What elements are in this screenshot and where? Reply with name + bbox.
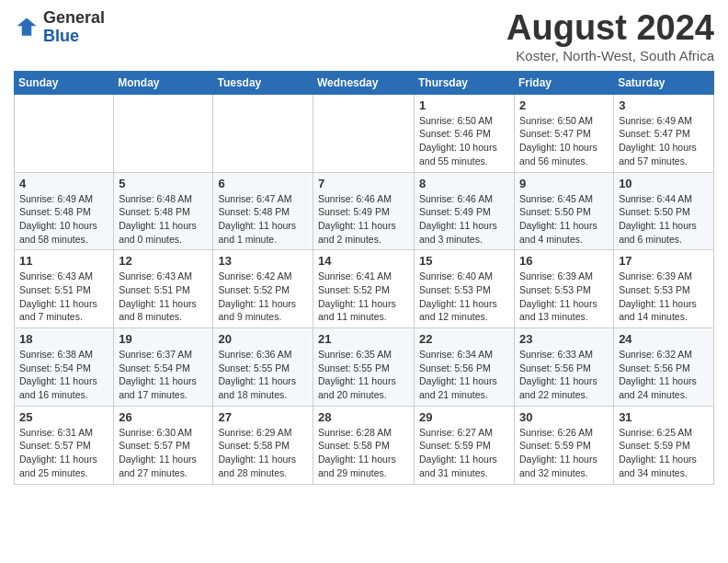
month-title: August 2024 xyxy=(506,9,714,48)
calendar-cell: 19Sunrise: 6:37 AMSunset: 5:54 PMDayligh… xyxy=(114,328,213,407)
page-header: General Blue August 2024 Koster, North-W… xyxy=(14,9,714,63)
day-info: Sunrise: 6:49 AMSunset: 5:47 PMDaylight:… xyxy=(619,114,709,168)
day-info: Sunrise: 6:35 AMSunset: 5:55 PMDaylight:… xyxy=(318,348,409,402)
day-info: Sunrise: 6:37 AMSunset: 5:54 PMDaylight:… xyxy=(119,348,208,402)
calendar-cell xyxy=(213,94,313,172)
day-number: 18 xyxy=(19,332,108,346)
calendar-week-row: 4Sunrise: 6:49 AMSunset: 5:48 PMDaylight… xyxy=(15,172,714,250)
day-info: Sunrise: 6:36 AMSunset: 5:55 PMDaylight:… xyxy=(218,348,308,402)
day-info: Sunrise: 6:44 AMSunset: 5:50 PMDaylight:… xyxy=(619,192,709,247)
day-number: 20 xyxy=(218,332,308,346)
day-info: Sunrise: 6:48 AMSunset: 5:48 PMDaylight:… xyxy=(119,192,208,247)
calendar-cell: 17Sunrise: 6:39 AMSunset: 5:53 PMDayligh… xyxy=(614,250,714,328)
day-header-saturday: Saturday xyxy=(614,71,714,94)
day-info: Sunrise: 6:27 AMSunset: 5:59 PMDaylight:… xyxy=(419,426,509,480)
day-number: 17 xyxy=(619,254,709,268)
calendar-cell xyxy=(313,94,415,172)
calendar-cell: 5Sunrise: 6:48 AMSunset: 5:48 PMDaylight… xyxy=(114,172,213,250)
day-header-friday: Friday xyxy=(515,71,614,94)
day-info: Sunrise: 6:39 AMSunset: 5:53 PMDaylight:… xyxy=(519,270,609,324)
day-number: 21 xyxy=(318,332,409,346)
day-number: 15 xyxy=(419,254,509,268)
day-info: Sunrise: 6:50 AMSunset: 5:46 PMDaylight:… xyxy=(419,114,509,168)
logo-icon xyxy=(14,15,40,40)
day-number: 1 xyxy=(419,98,509,112)
day-number: 2 xyxy=(519,98,609,112)
day-info: Sunrise: 6:41 AMSunset: 5:52 PMDaylight:… xyxy=(318,270,409,324)
day-number: 5 xyxy=(119,177,208,190)
day-info: Sunrise: 6:50 AMSunset: 5:47 PMDaylight:… xyxy=(519,114,609,168)
day-number: 9 xyxy=(519,177,609,190)
day-number: 25 xyxy=(19,410,108,424)
calendar-cell: 21Sunrise: 6:35 AMSunset: 5:55 PMDayligh… xyxy=(313,328,415,407)
day-info: Sunrise: 6:26 AMSunset: 5:59 PMDaylight:… xyxy=(519,426,609,480)
day-number: 6 xyxy=(218,177,308,190)
day-info: Sunrise: 6:38 AMSunset: 5:54 PMDaylight:… xyxy=(19,348,108,402)
day-header-sunday: Sunday xyxy=(15,71,114,94)
calendar-cell: 9Sunrise: 6:45 AMSunset: 5:50 PMDaylight… xyxy=(515,172,614,250)
logo-general-text: General xyxy=(43,8,105,27)
day-number: 24 xyxy=(619,332,709,346)
calendar-week-row: 1Sunrise: 6:50 AMSunset: 5:46 PMDaylight… xyxy=(15,94,714,172)
day-info: Sunrise: 6:33 AMSunset: 5:56 PMDaylight:… xyxy=(519,348,609,402)
calendar-cell: 7Sunrise: 6:46 AMSunset: 5:49 PMDaylight… xyxy=(313,172,415,250)
day-number: 27 xyxy=(218,410,308,424)
day-info: Sunrise: 6:34 AMSunset: 5:56 PMDaylight:… xyxy=(419,348,509,402)
calendar-cell: 10Sunrise: 6:44 AMSunset: 5:50 PMDayligh… xyxy=(614,172,714,250)
calendar-cell: 18Sunrise: 6:38 AMSunset: 5:54 PMDayligh… xyxy=(15,328,114,407)
location-text: Koster, North-West, South Africa xyxy=(506,48,714,63)
day-number: 31 xyxy=(619,410,709,424)
calendar-header-row: SundayMondayTuesdayWednesdayThursdayFrid… xyxy=(15,71,714,94)
day-info: Sunrise: 6:42 AMSunset: 5:52 PMDaylight:… xyxy=(218,270,308,324)
calendar-week-row: 18Sunrise: 6:38 AMSunset: 5:54 PMDayligh… xyxy=(15,328,714,407)
day-header-tuesday: Tuesday xyxy=(213,71,313,94)
day-number: 7 xyxy=(318,177,409,190)
calendar-cell: 1Sunrise: 6:50 AMSunset: 5:46 PMDaylight… xyxy=(415,94,515,172)
calendar-cell: 15Sunrise: 6:40 AMSunset: 5:53 PMDayligh… xyxy=(415,250,515,328)
day-header-monday: Monday xyxy=(114,71,213,94)
calendar-cell: 31Sunrise: 6:25 AMSunset: 5:59 PMDayligh… xyxy=(614,406,714,484)
day-number: 4 xyxy=(19,177,108,190)
day-number: 11 xyxy=(19,254,108,268)
day-info: Sunrise: 6:40 AMSunset: 5:53 PMDaylight:… xyxy=(419,270,509,324)
day-info: Sunrise: 6:39 AMSunset: 5:53 PMDaylight:… xyxy=(619,270,709,324)
day-header-wednesday: Wednesday xyxy=(313,71,415,94)
day-number: 28 xyxy=(318,410,409,424)
calendar-cell: 13Sunrise: 6:42 AMSunset: 5:52 PMDayligh… xyxy=(213,250,313,328)
day-info: Sunrise: 6:32 AMSunset: 5:56 PMDaylight:… xyxy=(619,348,709,402)
calendar-week-row: 25Sunrise: 6:31 AMSunset: 5:57 PMDayligh… xyxy=(15,406,714,484)
calendar-cell: 29Sunrise: 6:27 AMSunset: 5:59 PMDayligh… xyxy=(415,406,515,484)
day-number: 29 xyxy=(419,410,509,424)
logo: General Blue xyxy=(14,9,105,46)
day-number: 30 xyxy=(519,410,609,424)
day-number: 16 xyxy=(519,254,609,268)
day-info: Sunrise: 6:47 AMSunset: 5:48 PMDaylight:… xyxy=(218,192,308,247)
calendar-cell xyxy=(15,94,114,172)
day-info: Sunrise: 6:31 AMSunset: 5:57 PMDaylight:… xyxy=(19,426,108,480)
calendar-cell xyxy=(114,94,213,172)
logo-blue-text: Blue xyxy=(43,27,79,45)
day-number: 3 xyxy=(619,98,709,112)
day-number: 22 xyxy=(419,332,509,346)
day-info: Sunrise: 6:30 AMSunset: 5:57 PMDaylight:… xyxy=(119,426,208,480)
calendar-cell: 28Sunrise: 6:28 AMSunset: 5:58 PMDayligh… xyxy=(313,406,415,484)
calendar-cell: 16Sunrise: 6:39 AMSunset: 5:53 PMDayligh… xyxy=(515,250,614,328)
day-number: 12 xyxy=(119,254,208,268)
day-number: 13 xyxy=(218,254,308,268)
day-info: Sunrise: 6:25 AMSunset: 5:59 PMDaylight:… xyxy=(619,426,709,480)
day-number: 14 xyxy=(318,254,409,268)
day-number: 8 xyxy=(419,177,509,190)
day-info: Sunrise: 6:43 AMSunset: 5:51 PMDaylight:… xyxy=(119,270,208,324)
calendar-cell: 20Sunrise: 6:36 AMSunset: 5:55 PMDayligh… xyxy=(213,328,313,407)
calendar-cell: 4Sunrise: 6:49 AMSunset: 5:48 PMDaylight… xyxy=(15,172,114,250)
day-info: Sunrise: 6:46 AMSunset: 5:49 PMDaylight:… xyxy=(318,192,409,247)
calendar-cell: 23Sunrise: 6:33 AMSunset: 5:56 PMDayligh… xyxy=(515,328,614,407)
calendar-cell: 25Sunrise: 6:31 AMSunset: 5:57 PMDayligh… xyxy=(15,406,114,484)
calendar-cell: 24Sunrise: 6:32 AMSunset: 5:56 PMDayligh… xyxy=(614,328,714,407)
calendar-cell: 3Sunrise: 6:49 AMSunset: 5:47 PMDaylight… xyxy=(614,94,714,172)
day-info: Sunrise: 6:29 AMSunset: 5:58 PMDaylight:… xyxy=(218,426,308,480)
svg-marker-0 xyxy=(17,17,37,35)
calendar-cell: 8Sunrise: 6:46 AMSunset: 5:49 PMDaylight… xyxy=(415,172,515,250)
calendar-table: SundayMondayTuesdayWednesdayThursdayFrid… xyxy=(14,71,714,485)
calendar-cell: 22Sunrise: 6:34 AMSunset: 5:56 PMDayligh… xyxy=(415,328,515,407)
